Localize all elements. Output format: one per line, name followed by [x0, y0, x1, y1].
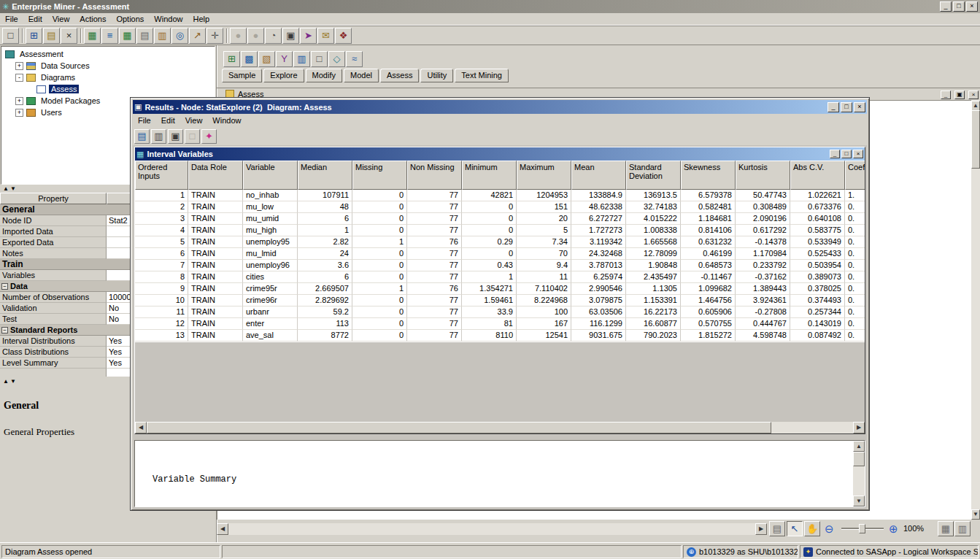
modify-tools-button[interactable]: ▧ — [258, 51, 275, 67]
tab-sample[interactable]: Sample — [222, 69, 262, 82]
collapse-icon[interactable]: − — [1, 283, 8, 290]
menu-options[interactable]: Options — [111, 13, 149, 25]
collapse-icon[interactable]: − — [1, 327, 8, 334]
print-button[interactable]: ▣ — [168, 129, 183, 144]
tab-assess[interactable]: Assess — [380, 69, 419, 82]
select-tool-button[interactable]: ↖ — [787, 521, 803, 536]
tab-explore[interactable]: Explore — [263, 69, 304, 82]
table-row[interactable]: 6TRAINmu_lmid2407707024.3246812.780990.4… — [135, 248, 865, 260]
search-button[interactable]: ◎ — [171, 28, 188, 44]
plot-button[interactable]: ≈ — [346, 51, 363, 67]
splitter-down-icon[interactable]: ▼ — [10, 379, 16, 385]
run-button[interactable]: ➤ — [300, 28, 317, 44]
table-row[interactable]: 13TRAINave_sal87720778110125419031.67579… — [135, 330, 865, 342]
tree-item-data-sources[interactable]: +Data Sources — [3, 60, 213, 72]
results-menu-file[interactable]: File — [133, 115, 156, 126]
table-row[interactable]: 1TRAINno_inhab10791107742821120495313388… — [135, 190, 865, 201]
column-header-standard-deviation[interactable]: Standard Deviation — [626, 161, 681, 190]
menu-actions[interactable]: Actions — [74, 13, 111, 25]
scroll-right-icon[interactable]: ▶ — [853, 422, 865, 433]
expand-icon[interactable]: + — [15, 109, 23, 117]
paste-button[interactable]: ▤ — [43, 28, 60, 44]
sas-graphics-button[interactable]: ✦ — [201, 129, 217, 144]
zoom-out-icon[interactable]: ⊖ — [825, 522, 834, 536]
column-header-abs-c-v[interactable]: Abs C.V. — [790, 161, 845, 190]
menu-window[interactable]: Window — [149, 13, 188, 25]
expand-icon[interactable]: + — [15, 97, 23, 105]
table-row[interactable]: 5TRAINunemploy952.821760.297.343.1193421… — [135, 236, 865, 248]
table-row[interactable]: 9TRAINcrime95r2.6695071761.3542717.11040… — [135, 283, 865, 295]
close-button[interactable]: × — [966, 1, 978, 12]
interval-close-button[interactable]: × — [853, 150, 863, 158]
sample-tools-button[interactable]: ⊞ — [223, 51, 240, 67]
output-vertical-scrollbar[interactable]: ▲ ▼ — [853, 441, 865, 506]
scrollbar-thumb[interactable] — [853, 452, 865, 466]
diagram-restore-button[interactable]: ▣ — [954, 90, 965, 99]
column-header-data-role[interactable]: Data Role — [188, 161, 243, 190]
column-header-missing[interactable]: Missing — [352, 161, 407, 190]
view-table-button[interactable]: ▥ — [151, 129, 166, 144]
splitter-up-icon[interactable]: ▲ — [3, 186, 9, 192]
column-header-variable[interactable]: Variable — [243, 161, 298, 190]
menu-help[interactable]: Help — [188, 13, 215, 25]
overview-button[interactable]: ▤ — [769, 521, 785, 536]
table-row[interactable]: 3TRAINmu_umid60770206.2727274.0152221.18… — [135, 213, 865, 225]
scroll-down-icon[interactable]: ▼ — [853, 496, 865, 506]
maximize-button[interactable]: □ — [953, 1, 965, 12]
assess-tools-button[interactable]: ▥ — [293, 51, 310, 67]
results-maximize-button[interactable]: □ — [841, 102, 852, 112]
history-button[interactable]: ◔ — [265, 28, 282, 44]
column-header-kurtosis[interactable]: Kurtosis — [736, 161, 790, 190]
results-menu-window[interactable]: Window — [207, 115, 246, 126]
explore-tools-button[interactable]: ▩ — [241, 51, 258, 67]
export-button[interactable]: ↗ — [189, 28, 206, 44]
diagram-close-button[interactable]: × — [968, 90, 979, 99]
notes-button[interactable]: ▤ — [136, 28, 153, 44]
scroll-up-icon[interactable]: ▲ — [971, 101, 980, 111]
column-header-mean[interactable]: Mean — [571, 161, 626, 190]
tab-utility[interactable]: Utility — [420, 69, 453, 82]
zoom-slider-thumb[interactable] — [859, 524, 865, 533]
layout-grid-button[interactable]: ▦ — [938, 521, 954, 536]
table-row[interactable]: 10TRAINcrime96r2.8296920771.594618.22496… — [135, 295, 865, 307]
tab-model[interactable]: Model — [344, 69, 379, 82]
splitter-up-icon[interactable]: ▲ — [3, 379, 9, 385]
back-button[interactable]: ● — [230, 28, 247, 44]
splitter-down-icon[interactable]: ▼ — [10, 186, 16, 192]
column-header-median[interactable]: Median — [298, 161, 352, 190]
collapse-icon[interactable]: - — [15, 74, 23, 82]
results-title-bar[interactable]: ▣ Results - Node: StatExplore (2) Diagra… — [133, 100, 867, 114]
property-column-header[interactable]: Property — [0, 193, 107, 204]
results-minimize-button[interactable]: _ — [827, 102, 839, 112]
column-header-coeff-of-va[interactable]: Coeff of Va — [845, 161, 865, 190]
column-header-skewness[interactable]: Skewness — [681, 161, 736, 190]
table-row[interactable]: 8TRAINcities60771116.259742.435497-0.114… — [135, 271, 865, 283]
minimize-button[interactable]: _ — [940, 1, 952, 12]
table-row[interactable]: 4TRAINmu_high1077051.7272731.0083380.814… — [135, 225, 865, 236]
seal-button[interactable]: ❖ — [335, 28, 352, 44]
scroll-down-icon[interactable]: ▼ — [971, 509, 980, 520]
copy-button[interactable]: □ — [185, 129, 200, 144]
scroll-right-icon[interactable]: ▶ — [755, 523, 767, 535]
table-row[interactable]: 11TRAINurbanr59.207733.910063.0350616.22… — [135, 307, 865, 318]
zoom-slider[interactable] — [841, 528, 884, 530]
create-diagram-button[interactable]: ▦ — [84, 28, 101, 44]
scroll-up-icon[interactable]: ▲ — [853, 441, 865, 452]
column-header-non-missing[interactable]: Non Missing — [407, 161, 462, 190]
column-header-minimum[interactable]: Minimum — [462, 161, 517, 190]
table-row[interactable]: 2TRAINmu_low48077015148.6233832.741830.5… — [135, 201, 865, 213]
interval-minimize-button[interactable]: _ — [830, 150, 840, 158]
horizontal-scrollbar-track[interactable] — [228, 523, 755, 535]
stop-button[interactable]: ● — [247, 28, 264, 44]
delete-button[interactable]: × — [61, 28, 77, 44]
tree-item-assess[interactable]: Assess — [3, 83, 213, 95]
table-horizontal-scrollbar[interactable]: ◀ ▶ — [135, 422, 865, 433]
results-menu-edit[interactable]: Edit — [156, 115, 180, 126]
tab-modify[interactable]: Modify — [306, 69, 342, 82]
menu-edit[interactable]: Edit — [23, 13, 47, 25]
pan-tool-button[interactable]: ✋ — [804, 521, 820, 536]
model-tools-button[interactable]: Y — [276, 51, 293, 67]
table-row[interactable]: 7TRAINunemploy963.60770.439.43.7870131.9… — [135, 260, 865, 271]
tree-item-diagrams[interactable]: -Diagrams — [3, 72, 213, 83]
tools-button[interactable]: ✛ — [207, 28, 223, 44]
